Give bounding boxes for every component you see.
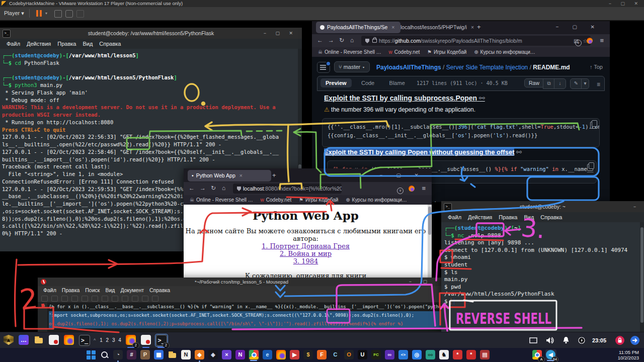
firefox-icon[interactable] [276, 349, 287, 360]
chess-app-icon[interactable]: ♞ [439, 349, 450, 360]
bookmark-games[interactable]: ⚑Игры Кодебай [427, 49, 466, 55]
code-block-subprocess[interactable]: {{''.__class__.mro()[1].__subclasses__()… [322, 118, 600, 147]
app-url-bar[interactable]: localhost:8080/index?book={%%20for%20x% … [233, 184, 342, 194]
menu-hamburger-icon[interactable]: ≡ [422, 185, 426, 192]
book-link-3[interactable]: 3. 1984 [293, 257, 318, 265]
vscode-icon[interactable]: <> [398, 349, 409, 360]
back-to-top-link[interactable]: ↑ Top [590, 64, 603, 70]
menu-view[interactable]: Вид [83, 41, 93, 47]
tab-payloadsallthethings[interactable]: PayloadsAllTheThings/Se× [316, 22, 400, 33]
purple-tool-icon[interactable]: × [221, 349, 232, 360]
breadcrumb-repo[interactable]: PayloadsAllTheThings [376, 64, 441, 71]
forward-icon[interactable]: → [200, 185, 206, 192]
fancontrol-icon[interactable]: FC [371, 349, 382, 360]
vmware-icon[interactable]: ◆ [194, 349, 205, 360]
file-tree-icon[interactable] [317, 62, 330, 73]
power-manager-icon[interactable] [578, 337, 585, 344]
kali-logo-icon[interactable]: ▲ [3, 334, 15, 346]
pause-dropdown[interactable]: ▾ [45, 11, 47, 16]
notifications-bell-icon[interactable] [562, 336, 570, 344]
devtoys-icon[interactable]: oo [425, 349, 436, 360]
github-url-bar[interactable]: https://github.com/swisskyrepo/PayloadsA… [361, 36, 591, 46]
send-ctrl-alt-del-icon[interactable] [54, 10, 62, 18]
menu-help[interactable]: Справка [99, 41, 121, 47]
menu-hamburger-icon[interactable]: ≡ [600, 37, 604, 44]
toolbox-icon[interactable]: ▤ [479, 349, 491, 360]
branch-selector[interactable]: ⑂ master ▾ [334, 61, 370, 72]
menu-edit[interactable]: Правка [499, 214, 517, 220]
updates-arrow-icon[interactable] [630, 335, 640, 345]
gauge-icon[interactable]: ◔ [113, 349, 124, 360]
book-link-2[interactable]: 2. Война и мир [280, 250, 332, 257]
terminal-right-menubar[interactable]: ФайлДействияПравкаВидСправка [441, 212, 644, 223]
bookmark-reverse-shell[interactable]: ☠Online - Reverse Shell … [318, 49, 381, 55]
menu-document[interactable]: Документ [120, 287, 144, 293]
tab-python-web-app[interactable]: •Python Web App× [188, 170, 271, 182]
panel-caret-icon[interactable]: ^ [94, 332, 96, 348]
menu-help[interactable]: Справка [540, 214, 562, 220]
mousepad-titlebar[interactable]: *~/Рабочий стол/tmp_lesson_5 - Mousepad … [38, 278, 445, 286]
tracking-shield-icon[interactable] [237, 187, 241, 191]
bookmark-games[interactable]: ⚑Игры Кодебай [299, 197, 338, 203]
new-tab-button[interactable]: + [272, 171, 276, 179]
home-icon[interactable]: ⌂ [222, 185, 225, 192]
terminal-right-titlebar[interactable]: >_ student@codeby: ~ − [441, 201, 644, 212]
bookmark-courses[interactable]: ⊕Курсы по информаци… [474, 49, 535, 55]
slack-icon[interactable]: # [126, 349, 137, 360]
terminal-right-window-buttons[interactable]: − [633, 201, 640, 212]
edit-pencil-icon[interactable]: ✎ [570, 78, 582, 89]
tab-code[interactable]: Code [356, 78, 379, 87]
tray-chrome-icon[interactable]: A [532, 349, 543, 360]
chrome-icon[interactable] [249, 349, 260, 360]
firefox-launcher-icon[interactable] [63, 334, 75, 346]
app-window-buttons[interactable]: − ▢ ✕ [380, 172, 425, 178]
menu-view[interactable]: Вид [105, 287, 115, 293]
menu-edit[interactable]: Правка [62, 287, 79, 293]
start-icon[interactable] [86, 349, 97, 360]
bookmark-courses[interactable]: ⊕Курсы по информаци… [346, 197, 407, 203]
shape-3d-icon[interactable]: ◈ [208, 349, 219, 360]
terminal-window-right[interactable]: >_ student@codeby: ~ − ФайлДействияПравк… [441, 201, 644, 332]
copy-raw-icon[interactable]: ⧉ [543, 78, 555, 89]
terminal-launcher-icon[interactable]: >_ [78, 334, 91, 346]
shopify-icon[interactable]: $ [303, 349, 314, 360]
book-link-1[interactable]: 1. Портрет Дориана Грея [262, 242, 350, 250]
tracking-shield-icon[interactable] [365, 39, 369, 43]
search-icon[interactable] [99, 349, 110, 360]
download-icon[interactable]: ↓ [554, 78, 566, 89]
home-icon[interactable]: ⌂ [350, 37, 354, 44]
bookmark-reverse-shell[interactable]: ☠Online - Reverse Shell … [190, 197, 253, 203]
tab-blame[interactable]: Blame [384, 78, 410, 87]
back-icon[interactable]: ← [317, 37, 323, 44]
media-red-icon[interactable]: ▶ [289, 349, 300, 360]
menu-file[interactable]: Файл [7, 41, 20, 47]
outline-icon[interactable]: ≡ [597, 81, 600, 88]
workspace-switcher[interactable]: 1 2 3 4 [100, 332, 122, 348]
bookmark-codeby[interactable]: wCodeby.net [261, 197, 292, 203]
new-tab-button[interactable]: + [477, 23, 481, 31]
edit-dropdown-icon[interactable]: ▾ [581, 78, 589, 89]
fullscreen-icon[interactable] [65, 10, 73, 18]
pause-button[interactable] [36, 10, 42, 17]
f1-manual-icon[interactable]: F [316, 349, 328, 360]
calendar-icon[interactable]: ▦ [153, 349, 165, 360]
firefox-account-icon[interactable] [409, 185, 415, 192]
unreal-icon[interactable]: U [357, 349, 368, 360]
text-editor-icon[interactable] [48, 334, 60, 346]
app-menu-icon[interactable]: … [18, 334, 30, 346]
mousepad-toolbar[interactable] [38, 295, 445, 303]
explorer-icon[interactable] [167, 349, 178, 360]
mousepad-running-icon[interactable] [140, 334, 152, 346]
onenote-icon[interactable]: N [235, 349, 246, 360]
tab-preview[interactable]: Preview [320, 78, 352, 87]
screen-lock-icon[interactable] [615, 335, 625, 345]
gear-red-2-icon[interactable]: * [466, 349, 477, 360]
github-window-buttons[interactable]: − ▢ ✕ [556, 24, 601, 30]
terminal-left-titlebar[interactable]: >_ student@codeby: /var/www/html/lesson5… [0, 28, 302, 39]
menu-search[interactable]: Поиск [85, 287, 100, 293]
player-menu[interactable]: Player ▾ [4, 10, 24, 17]
ssti-subprocess-heading[interactable]: Exploit the SSTI by calling subprocess.P… [324, 94, 485, 102]
menu-actions[interactable]: Действия [27, 41, 51, 47]
maps-icon[interactable]: ◎ [412, 349, 423, 360]
bookmark-star-icon[interactable]: ☆ [335, 184, 340, 194]
